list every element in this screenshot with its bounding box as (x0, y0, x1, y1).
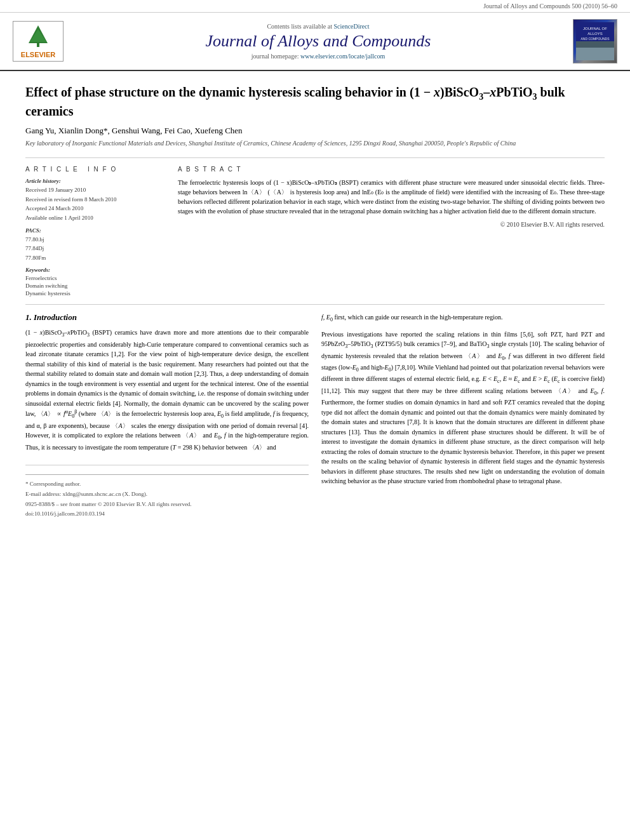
body-right-column: f, E0 first, which can guide our researc… (321, 312, 605, 519)
corresponding-author-note: * Corresponding author. (25, 480, 309, 488)
intro-paragraph-2: f, E0 first, which can guide our researc… (321, 312, 605, 324)
journal-homepage: journal homepage: www.elsevier.com/locat… (64, 53, 573, 60)
pacs-item-1: 77.80.bj (25, 236, 165, 244)
affiliation: Key laboratory of Inorganic Functional M… (25, 139, 605, 148)
received-date: Received 19 January 2010 (25, 186, 165, 194)
keyword-2: Domain switching (25, 283, 165, 289)
header-center: Contents lists available at ScienceDirec… (64, 23, 573, 60)
pacs-label: PACS: (25, 227, 165, 234)
doi-note: doi:10.1016/j.jallcom.2010.03.194 (25, 510, 309, 518)
article-info-column: A R T I C L E I N F O Article history: R… (25, 166, 165, 298)
article-title: Effect of phase structure on the dynamic… (25, 84, 605, 119)
svg-text:AND COMPOUNDS: AND COMPOUNDS (580, 37, 610, 41)
journal-logo-right: JOURNAL OF ALLOYS AND COMPOUNDS (573, 19, 617, 63)
svg-text:JOURNAL OF: JOURNAL OF (583, 27, 607, 30)
journal-title: Journal of Alloys and Compounds (64, 32, 573, 51)
body-left-column: 1. Introduction (1 − x)BiScO3–xPbTiO3 (B… (25, 312, 309, 519)
keyword-3: Dynamic hysteresis (25, 290, 165, 297)
homepage-link[interactable]: www.elsevier.com/locate/jallcom (300, 53, 385, 60)
abstract-text: The ferroelectric hysteresis loops of (1… (178, 178, 605, 216)
article-content: Effect of phase structure on the dynamic… (0, 71, 630, 533)
pacs-item-3: 77.80Fm (25, 254, 165, 262)
footnote-divider (25, 474, 309, 475)
authors: Gang Yu, Xianlin Dong*, Genshui Wang, Fe… (25, 126, 605, 136)
intro-paragraph-3: Previous investigations have reported th… (321, 330, 605, 486)
svg-text:ALLOYS: ALLOYS (587, 32, 602, 36)
online-date: Available online 1 April 2010 (25, 214, 165, 222)
sciencedirect-line: Contents lists available at ScienceDirec… (64, 23, 573, 30)
journal-cover-icon: JOURNAL OF ALLOYS AND COMPOUNDS (576, 22, 614, 60)
svg-marker-2 (30, 29, 46, 42)
copyright: © 2010 Elsevier B.V. All rights reserved… (178, 221, 605, 228)
section1-title: 1. Introduction (25, 312, 309, 323)
svg-rect-5 (576, 48, 614, 60)
keywords-label: Keywords: (25, 267, 165, 273)
revised-date: Received in revised form 8 March 2010 (25, 196, 165, 204)
abstract-column: A B S T R A C T The ferroelectric hyster… (178, 166, 605, 298)
elsevier-logo: ELSEVIER (13, 21, 64, 62)
intro-paragraph-1: (1 − x)BiScO3–xPbTiO3 (BSPT) ceramics ha… (25, 328, 309, 452)
keywords-section: Keywords: Ferroelectrics Domain switchin… (25, 267, 165, 297)
elsevier-text: ELSEVIER (17, 51, 59, 58)
keyword-1: Ferroelectrics (25, 275, 165, 281)
elsevier-tree-icon (22, 24, 54, 50)
issn-note: 0925-8388/$ – see front matter © 2010 El… (25, 500, 309, 509)
abstract-heading: A B S T R A C T (178, 166, 605, 173)
pacs-section: PACS: 77.80.bj 77.84Dj 77.80Fm (25, 227, 165, 262)
page: Journal of Alloys and Compounds 500 (201… (0, 0, 630, 840)
article-history-label: Article history: (25, 178, 165, 184)
email-note: E-mail address: xldng@sunm.shcnc.ac.cn (… (25, 490, 309, 498)
article-info-abstract-section: A R T I C L E I N F O Article history: R… (25, 157, 605, 298)
journal-header: ELSEVIER Contents lists available at Sci… (0, 13, 630, 71)
pacs-item-2: 77.84Dj (25, 244, 165, 253)
body-section: 1. Introduction (1 − x)BiScO3–xPbTiO3 (B… (25, 304, 605, 519)
body-two-col: 1. Introduction (1 − x)BiScO3–xPbTiO3 (B… (25, 312, 605, 519)
article-info-heading: A R T I C L E I N F O (25, 166, 165, 173)
footnote-area: * Corresponding author. E-mail address: … (25, 465, 309, 517)
sciencedirect-link[interactable]: ScienceDirect (333, 23, 369, 30)
journal-reference: Journal of Alloys and Compounds 500 (201… (483, 3, 617, 10)
journal-reference-bar: Journal of Alloys and Compounds 500 (201… (0, 0, 630, 13)
accepted-date: Accepted 24 March 2010 (25, 204, 165, 213)
